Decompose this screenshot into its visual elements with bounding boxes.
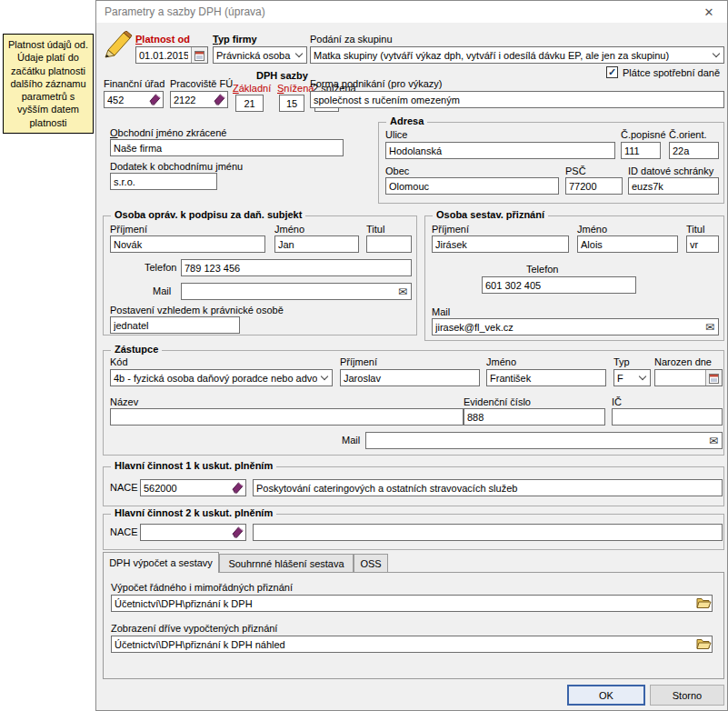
zastupce-mail-input[interactable] (366, 435, 705, 447)
nace-label: NACE (110, 526, 138, 538)
postaveni-label: Postavení vzhledem k právnické osobě (110, 305, 284, 316)
zastupce-mail-field[interactable]: ✉ (365, 432, 723, 449)
storno-button[interactable]: Storno (650, 685, 724, 706)
osoba-sestav-group-title: Osoba sestav. přiznání (433, 209, 548, 220)
sazba-zakladni-input[interactable] (235, 95, 264, 112)
pracoviste-fu-input[interactable] (171, 94, 211, 106)
edit-pencil-icon (103, 31, 134, 58)
tab-dph-vypocet-a-sestavy[interactable]: DPH výpočet a sestavy (103, 552, 219, 573)
telefon-label: Telefon (526, 264, 558, 275)
postaveni-input[interactable] (110, 316, 240, 334)
typ-firmy-select[interactable]: Právnická osoba (213, 46, 307, 64)
sestav-titul-input[interactable] (686, 235, 719, 253)
ic-input[interactable] (612, 408, 723, 426)
cislo-orientacni-input[interactable] (669, 142, 719, 159)
close-icon[interactable]: ✕ (699, 5, 719, 19)
pracoviste-fu-label: Pracoviště FÚ (170, 78, 233, 90)
podani-za-skupinu-select[interactable]: Matka skupiny (vytváří výkaz dph, vytvář… (310, 46, 724, 64)
zobrazeni-priznani-field[interactable] (111, 636, 713, 653)
zastupce-typ-select[interactable]: F (613, 369, 651, 386)
zastupce-kod-select[interactable]: 4b - fyzická osoba daňový poradce nebo a… (110, 369, 333, 386)
sestav-mail-input[interactable] (433, 321, 702, 334)
ic-label: IČ (612, 396, 622, 408)
podpis-jmeno-input[interactable] (274, 235, 359, 253)
podpis-telefon-input[interactable] (181, 259, 412, 276)
vypocet-priznani-input[interactable] (112, 597, 695, 610)
envelope-icon[interactable]: ✉ (394, 284, 411, 299)
typ-firmy-value: Právnická osoba (216, 50, 292, 61)
sazba-zakladni-label: Základní (233, 83, 271, 95)
book-lookup-icon[interactable] (211, 92, 227, 107)
sestav-telefon-input[interactable] (482, 276, 636, 294)
titul-label: Titul (366, 224, 384, 235)
calendar-icon[interactable] (191, 47, 207, 63)
sestav-jmeno-input[interactable] (577, 235, 678, 253)
envelope-icon[interactable]: ✉ (702, 319, 718, 335)
dodatek-input[interactable] (110, 173, 217, 190)
nace2-popis-input[interactable] (253, 524, 723, 541)
sestav-mail-field[interactable]: ✉ (432, 318, 719, 335)
podani-za-skupinu-value: Matka skupiny (vytváří výkaz dph, vytvář… (314, 50, 709, 61)
nace2-kod-input[interactable] (141, 526, 229, 539)
narozen-dne-field[interactable] (654, 369, 723, 386)
id-datove-schranky-input[interactable] (628, 177, 719, 195)
zastupce-prijmeni-input[interactable] (340, 369, 480, 386)
narozen-dne-label: Narozen dne (654, 356, 712, 368)
tab-oss[interactable]: OSS (354, 554, 388, 573)
envelope-icon[interactable]: ✉ (705, 433, 722, 448)
sestav-prijmeni-input[interactable] (432, 235, 569, 253)
titlebar: Parametry a sazby DPH (úprava) ✕ (96, 1, 727, 23)
titul-label: Titul (686, 224, 704, 235)
book-lookup-icon[interactable] (229, 525, 245, 540)
nace1-kod-field[interactable] (140, 479, 246, 496)
podpis-titul-input[interactable] (366, 235, 412, 253)
obchodni-jmeno-input[interactable] (110, 139, 344, 156)
open-folder-icon[interactable] (695, 636, 712, 652)
sazba-snizena-label: Snížená (277, 83, 314, 95)
cinnost2-group-title: Hlavní činnost 2 k uskut. plněním (111, 507, 276, 518)
nazev-label: Název (110, 396, 138, 408)
zobrazeni-priznani-input[interactable] (112, 638, 695, 651)
sazba-snizena-input[interactable] (279, 95, 304, 112)
narozen-dne-input[interactable] (655, 372, 705, 385)
tab-souhrnne-hlaseni-sestava[interactable]: Souhrnné hlášení sestava (219, 554, 354, 573)
pracoviste-fu-field[interactable] (170, 91, 228, 108)
prijmeni-label: Příjmení (110, 224, 147, 235)
financni-urad-field[interactable] (104, 91, 164, 108)
ok-button[interactable]: OK (567, 685, 645, 706)
platce-spotrebni-checkbox[interactable]: ✓ Plátce spotřební daně (606, 66, 720, 78)
nace1-popis-input[interactable] (253, 479, 723, 496)
psc-label: PSČ (565, 165, 586, 177)
checkbox-check-icon: ✓ (606, 66, 618, 78)
zastupce-group-title: Zástupce (111, 344, 162, 355)
telefon-label: Telefon (145, 262, 176, 274)
podpis-prijmeni-input[interactable] (110, 235, 265, 253)
forma-podnikani-input[interactable] (310, 91, 724, 108)
cinnost2-group: Hlavní činnost 2 k uskut. plněním NACE (103, 514, 724, 550)
book-lookup-icon[interactable] (229, 480, 245, 496)
calendar-icon[interactable] (705, 370, 722, 386)
nazev-input[interactable] (110, 408, 464, 426)
obec-input[interactable] (385, 177, 559, 195)
podpis-mail-field[interactable]: ✉ (181, 283, 412, 300)
obchodni-jmeno-label: Obchodní jméno zkrácené (110, 127, 226, 139)
nace1-kod-input[interactable] (141, 482, 229, 495)
zastupce-jmeno-input[interactable] (486, 369, 606, 386)
platnost-od-input[interactable] (136, 49, 191, 62)
psc-input[interactable] (565, 177, 623, 195)
book-lookup-icon[interactable] (146, 92, 163, 107)
evidencni-cislo-input[interactable] (464, 408, 605, 426)
platnost-od-field[interactable] (135, 46, 208, 64)
jmeno-label: Jméno (274, 224, 304, 235)
ulice-input[interactable] (385, 142, 615, 159)
podpis-mail-input[interactable] (182, 285, 394, 298)
screen: Platnost údajů od. Údaje platí do začátk… (0, 0, 728, 711)
cislo-popisne-input[interactable] (621, 142, 661, 159)
nace2-kod-field[interactable] (140, 524, 246, 541)
forma-podnikani-label: Forma podnikání (pro výkazy) (310, 78, 443, 90)
vypocet-priznani-field[interactable] (111, 595, 713, 612)
open-folder-icon[interactable] (695, 596, 712, 611)
chevron-down-icon (317, 370, 332, 386)
financni-urad-input[interactable] (105, 94, 146, 106)
chevron-down-icon (635, 370, 650, 386)
